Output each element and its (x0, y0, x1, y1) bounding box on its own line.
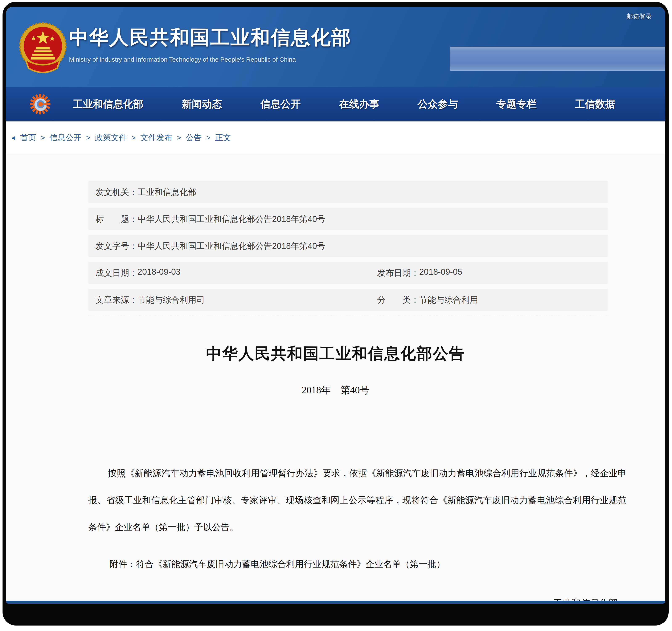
breadcrumb-separator: > (177, 134, 181, 142)
header-search-input[interactable] (450, 47, 665, 71)
meta-row-issuing-agency: 发文机关：工业和信息化部 (88, 181, 608, 203)
meta-value: 节能与综合利用 (419, 294, 478, 306)
breadcrumb-arrow-icon: ◄ (10, 134, 17, 141)
attachment-link[interactable]: 附件：符合《新能源汽车废旧动力蓄电池综合利用行业规范条件》企业名单（第一批） (88, 558, 627, 570)
meta-row-doc-number: 发文字号：中华人民共和国工业和信息化部公告2018年第40号 (88, 235, 608, 257)
breadcrumb-separator: > (41, 134, 45, 142)
meta-value: 2018-09-05 (419, 267, 462, 279)
breadcrumb-announcements[interactable]: 公告 (186, 132, 202, 143)
browser-page: 邮箱登录 (6, 7, 665, 604)
meta-value: 2018-09-03 (138, 267, 181, 279)
nav-item-public-participation[interactable]: 公众参与 (417, 97, 458, 111)
nav-item-miit[interactable]: 工业和信息化部 (73, 97, 143, 111)
doc-meta-table: 发文机关：工业和信息化部 标 题：中华人民共和国工业和信息化部公告2018年第4… (88, 181, 608, 311)
breadcrumb-info-disclosure[interactable]: 信息公开 (50, 132, 81, 143)
nav-item-special-topics[interactable]: 专题专栏 (496, 97, 536, 111)
nav-item-info-disclosure[interactable]: 信息公开 (260, 97, 301, 111)
meta-value: 工业和信息化部 (138, 186, 196, 198)
breadcrumb: ◄ 首页 > 信息公开 > 政策文件 > 文件发布 > 公告 > 正文 (6, 122, 665, 154)
meta-label: 发布日期： (377, 267, 419, 279)
meta-label: 分 类： (377, 294, 419, 306)
meta-row-dates: 成文日期：2018-09-03 发布日期：2018-09-05 (88, 262, 608, 284)
window-frame: 邮箱登录 (2, 2, 669, 626)
nav-item-miit-data[interactable]: 工信数据 (575, 97, 615, 111)
meta-row-title: 标 题：中华人民共和国工业和信息化部公告2018年第40号 (88, 208, 608, 230)
site-title: 中华人民共和国工业和信息化部 (69, 24, 352, 50)
breadcrumb-home[interactable]: 首页 (20, 132, 36, 143)
breadcrumb-current-page: 正文 (215, 132, 231, 143)
nav-item-news[interactable]: 新闻动态 (182, 97, 222, 111)
site-subtitle-en: Ministry of Industry and Information Tec… (69, 56, 352, 63)
dashed-divider (88, 316, 608, 316)
meta-label: 文章来源： (95, 294, 138, 306)
article-content: 发文机关：工业和信息化部 标 题：中华人民共和国工业和信息化部公告2018年第4… (6, 154, 665, 604)
main-nav: 工业和信息化部 新闻动态 信息公开 在线办事 公众参与 专题专栏 工信数据 (6, 87, 665, 122)
screenshot: 邮箱登录 (0, 0, 672, 631)
header-titles: 中华人民共和国工业和信息化部 Ministry of Industry and … (69, 24, 352, 63)
meta-label: 成文日期： (95, 267, 138, 279)
breadcrumb-separator: > (131, 134, 136, 142)
miit-gear-logo-icon (28, 92, 53, 117)
meta-label: 发文字号： (95, 240, 138, 252)
breadcrumb-separator: > (86, 134, 90, 142)
meta-value: 节能与综合利用司 (138, 294, 205, 306)
national-emblem-icon (19, 22, 67, 77)
meta-label: 发文机关： (95, 186, 138, 198)
breadcrumb-separator: > (206, 134, 211, 142)
announcement-paragraph: 按照《新能源汽车动力蓄电池回收利用管理暂行办法》要求，依据《新能源汽车废旧动力蓄… (88, 460, 627, 541)
breadcrumb-document-release[interactable]: 文件发布 (140, 132, 172, 143)
signature: 工业和信息化部 (88, 597, 627, 604)
mailbox-login-link[interactable]: 邮箱登录 (627, 12, 652, 21)
issue-number: 2018年 第40号 (6, 384, 665, 397)
site-header: 邮箱登录 (6, 7, 665, 87)
meta-label: 标 题： (95, 213, 138, 225)
meta-value: 中华人民共和国工业和信息化部公告2018年第40号 (138, 240, 325, 252)
breadcrumb-policy-documents[interactable]: 政策文件 (95, 132, 127, 143)
announcement-title: 中华人民共和国工业和信息化部公告 (6, 343, 665, 364)
meta-value: 中华人民共和国工业和信息化部公告2018年第40号 (138, 213, 325, 225)
nav-item-online-services[interactable]: 在线办事 (339, 97, 379, 111)
meta-row-source-category: 文章来源：节能与综合利用司 分 类：节能与综合利用 (88, 289, 608, 311)
